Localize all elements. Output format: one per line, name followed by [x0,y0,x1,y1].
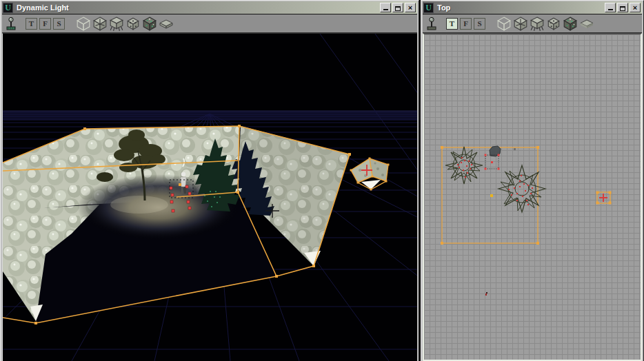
view-polys-cube-icon[interactable] [530,17,545,30]
perspective-scene [3,34,417,361]
view-mode-buttons [76,17,174,30]
toolbar-button-t[interactable]: T [446,18,458,30]
close-button[interactable]: × [405,3,416,12]
view-polycuts-cube-icon[interactable] [546,17,561,30]
maximize-button[interactable] [392,3,403,12]
view-textured-cube-icon[interactable] [579,17,594,30]
view-polys-cube-icon[interactable] [109,17,124,30]
minimize-button[interactable] [380,3,391,12]
viewport-toolbar: T F S [2,14,417,33]
view-zones-cube-icon[interactable] [92,17,108,30]
light-actor-dot[interactable] [490,194,493,197]
close-icon: × [633,3,637,12]
view-zones-cube-icon[interactable] [513,17,528,30]
titlebar[interactable]: U Top × [423,1,642,14]
maximize-button[interactable] [617,3,628,12]
toolbar-button-s[interactable]: S [474,18,485,30]
camera-joystick-icon[interactable] [425,17,438,30]
toolbar-button-f[interactable]: F [39,18,51,30]
toolbar-button-s[interactable]: S [53,18,65,30]
minimize-button[interactable] [605,3,616,12]
close-icon: × [408,3,412,12]
viewport-toolbar: T F S [423,14,642,33]
window-controls: × [605,3,641,12]
top-viewport[interactable] [423,33,642,361]
top-scene [424,34,642,360]
view-mode-buttons [496,17,594,30]
toolbar-button-f[interactable]: F [460,18,472,30]
minimize-icon [383,9,388,10]
toolbar-button-t[interactable]: T [26,18,37,30]
view-wireframe-cube-icon[interactable] [496,17,512,30]
close-button[interactable]: × [630,3,641,12]
window-controls: × [380,3,416,12]
view-wireframe-cube-icon[interactable] [76,17,91,30]
view-textured-cube-icon[interactable] [159,17,174,30]
view-dynamic-light-cube-icon[interactable] [563,17,578,30]
maximize-icon [395,6,401,11]
view-dynamic-light-cube-icon[interactable] [142,17,157,30]
light-pool-core [110,196,168,214]
window-top: U Top × T F S [421,0,644,361]
window-dynamic-light: U Dynamic Light × T F S [0,0,419,361]
unreal-logo-icon: U [423,3,434,13]
small-actor-dot[interactable] [514,148,516,150]
unreal-logo-icon: U [3,3,13,13]
view-polycuts-cube-icon[interactable] [125,17,141,30]
perspective-viewport[interactable] [2,33,417,361]
tfs-buttons: T F S [26,18,65,30]
titlebar[interactable]: U Dynamic Light × [2,1,417,14]
minimize-icon [608,9,613,10]
tfs-buttons: T F S [446,18,485,30]
window-title: Top [437,3,450,12]
window-title: Dynamic Light [17,3,69,12]
maximize-icon [620,6,625,11]
camera-joystick-icon[interactable] [5,17,17,30]
